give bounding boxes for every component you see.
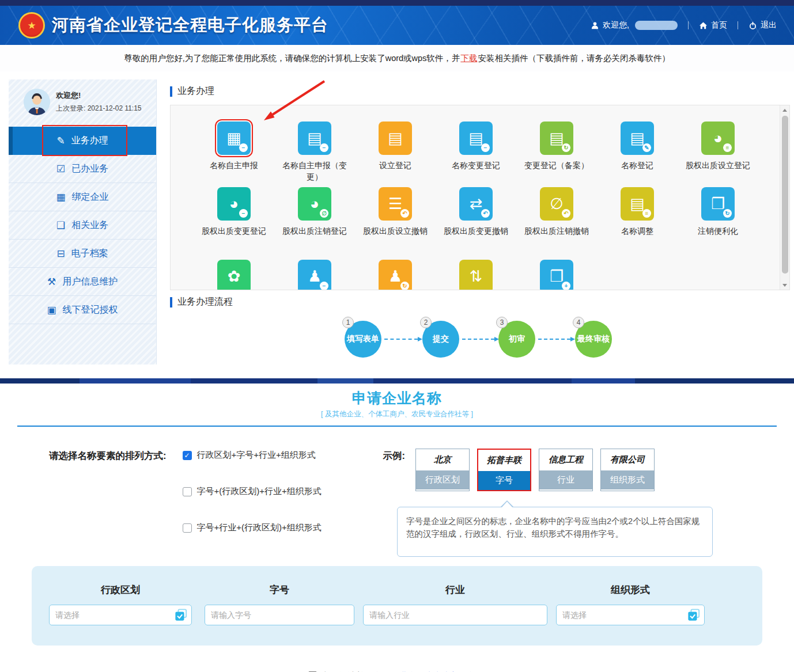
picker-check-icon[interactable] bbox=[175, 609, 187, 621]
pie-chart-icon: ◕ bbox=[310, 196, 319, 212]
divider bbox=[17, 426, 777, 427]
download-link[interactable]: 下载 bbox=[460, 53, 477, 64]
sidebar-menu: ✎ 业务办理 ☑ 已办业务 ▦ 绑定企业 ❑ 相关业务 ⊟ bbox=[9, 127, 156, 324]
page-title: 申请企业名称 bbox=[0, 389, 794, 408]
tile-name-registration[interactable]: ▤ ✎ bbox=[621, 122, 654, 155]
tile-partial-person-minus[interactable]: ♟ − bbox=[298, 260, 331, 290]
option-trade-name-industry-first[interactable]: 字号+行业+(行政区划)+组织形式 bbox=[183, 522, 360, 533]
logout-link[interactable]: 退出 bbox=[748, 20, 777, 31]
flow-step-fill-form: 1 填写表单 bbox=[345, 321, 381, 358]
scrollbar[interactable] bbox=[780, 105, 789, 290]
business-tile-cell: ▦ − 名称自主申报 bbox=[194, 122, 274, 187]
business-tile-cell: ▤ − 名称自主申报（变更） bbox=[274, 122, 355, 187]
sidebar-item-user-info-maintenance[interactable]: ⚒ 用户信息维护 bbox=[9, 268, 156, 296]
business-tile-cell: ☰ ↶ 股权出质设立撤销 bbox=[355, 187, 436, 260]
person-icon: ♟ bbox=[388, 269, 402, 284]
tile-label: 设立登记 bbox=[357, 160, 433, 172]
home-icon bbox=[699, 21, 708, 30]
tile-name-change-registration[interactable]: ▤ − bbox=[459, 122, 493, 155]
section-header-flow: 业务办理流程 bbox=[170, 296, 794, 308]
badge-icon: − bbox=[239, 143, 248, 152]
org-form-select[interactable] bbox=[556, 605, 705, 625]
app-header: 河南省企业登记全程电子化服务平台 欢迎您, 首页 退出 bbox=[0, 6, 794, 45]
business-tile-cell: ▤ ↻ 变更登记（备案） bbox=[516, 122, 597, 187]
flow-step-submit: 2 提交 bbox=[422, 321, 459, 358]
main-area: 业务办理 ▦ − 名称自主申报 ▤ bbox=[164, 79, 794, 365]
tile-equity-pledge-cancellation[interactable]: ◕ ∅ bbox=[298, 187, 331, 221]
tile-label: 变更登记（备案） bbox=[519, 160, 595, 172]
tile-partial-merge[interactable]: ⇅ bbox=[459, 260, 493, 290]
nested-squares-icon: ❐ bbox=[711, 196, 725, 212]
scroll-down-button[interactable] bbox=[780, 280, 789, 290]
business-tile-cell: ⇅ bbox=[436, 260, 516, 290]
option-admin-division-first[interactable]: 行政区划+字号+行业+组织形式 bbox=[183, 450, 360, 461]
document-search-icon: ❑ bbox=[56, 219, 65, 231]
document-check-icon: ☑ bbox=[56, 163, 65, 175]
tile-name-self-declaration-change[interactable]: ▤ − bbox=[298, 122, 331, 155]
business-tile-cell: ▤ 设立登记 bbox=[355, 122, 436, 187]
business-tile-cell: ▤ ≡ 名称调整 bbox=[597, 187, 678, 260]
sidebar-item-offline-authorization[interactable]: ▣ 线下登记授权 bbox=[9, 296, 156, 324]
tile-label: 股权出质注销登记 bbox=[277, 226, 353, 237]
tools-icon: ⚒ bbox=[47, 276, 56, 288]
trade-name-tooltip: 字号是企业之间区分的标志，企业名称中的字号应当由2个或2个以上符合国家规范的汉字… bbox=[397, 507, 713, 557]
tile-equity-pledge-cancellation-revoke[interactable]: ∅ ↶ bbox=[540, 187, 573, 221]
checkbox-unchecked-icon[interactable] bbox=[183, 523, 192, 533]
tile-partial-person-refresh[interactable]: ♟ ↻ bbox=[379, 260, 412, 290]
picker-check-icon[interactable] bbox=[687, 609, 700, 621]
checkbox-checked-icon[interactable] bbox=[183, 451, 192, 460]
flow-arrow bbox=[538, 339, 570, 340]
tile-name-self-declaration[interactable]: ▦ − bbox=[217, 122, 251, 155]
badge-icon: ↻ bbox=[562, 143, 570, 152]
trade-name-input[interactable] bbox=[205, 605, 354, 625]
tile-equity-pledge-establishment-revoke[interactable]: ☰ ↶ bbox=[379, 187, 412, 221]
tile-establishment-registration[interactable]: ▤ bbox=[379, 122, 412, 155]
badge-icon: − bbox=[239, 209, 248, 218]
welcome-user: 欢迎您, bbox=[591, 20, 678, 31]
page-subtitle: [ 及其他企业、个体工商户、农民专业合作社等 ] bbox=[0, 409, 794, 419]
name-elements-form: 行政区划 字号 行业 组织形式 bbox=[32, 566, 762, 646]
notice-text: 安装相关插件（下载插件前，请务必关闭杀毒软件） bbox=[478, 53, 670, 64]
tile-partial-document-plus[interactable]: ❐ + bbox=[540, 260, 573, 290]
last-login: 上次登录: 2021-12-02 11:15 bbox=[56, 104, 142, 113]
sidebar-item-business-handling[interactable]: ✎ 业务办理 bbox=[9, 127, 156, 155]
badge-icon: ↶ bbox=[481, 209, 490, 218]
clipboard-icon: ▤ bbox=[630, 196, 645, 212]
home-link[interactable]: 首页 bbox=[699, 20, 727, 31]
step-number: 2 bbox=[420, 317, 432, 328]
scroll-up-button[interactable] bbox=[780, 105, 789, 115]
swap-arrows-icon: ⇄ bbox=[470, 196, 483, 212]
business-tile-cell: ♟ ↻ bbox=[355, 260, 436, 290]
sidebar-item-electronic-archives[interactable]: ⊟ 电子档案 bbox=[9, 240, 156, 268]
business-tile-cell: ❐ + bbox=[516, 260, 597, 290]
step-number: 1 bbox=[342, 317, 354, 328]
sidebar-item-completed-business[interactable]: ☑ 已办业务 bbox=[9, 155, 156, 183]
badge-icon: ≡ bbox=[642, 209, 651, 218]
badge-icon: ↻ bbox=[400, 282, 409, 290]
admin-division-select[interactable] bbox=[49, 605, 192, 625]
tile-name-adjustment[interactable]: ▤ ≡ bbox=[621, 187, 654, 221]
tile-equity-pledge-establishment[interactable]: ◕ ≡ bbox=[701, 122, 735, 155]
pie-chart-icon: ◕ bbox=[713, 131, 723, 146]
page: 河南省企业登记全程电子化服务平台 欢迎您, 首页 退出 尊敬的用户您好,为了您能… bbox=[0, 0, 794, 672]
tile-deregistration-facilitation[interactable]: ❐ ↻ bbox=[701, 187, 735, 221]
scroll-thumb[interactable] bbox=[782, 116, 788, 274]
tile-equity-pledge-change-revoke[interactable]: ⇄ ↶ bbox=[459, 187, 493, 221]
sidebar-item-related-business[interactable]: ❑ 相关业务 bbox=[9, 211, 156, 240]
tile-label: 名称登记 bbox=[599, 160, 675, 172]
industry-input[interactable] bbox=[363, 605, 547, 625]
tile-label: 股权出质设立登记 bbox=[680, 160, 756, 172]
sidebar-item-bind-enterprise[interactable]: ▦ 绑定企业 bbox=[9, 183, 156, 211]
tile-partial-flower[interactable]: ✿ bbox=[217, 260, 251, 290]
notice-bar: 尊敬的用户您好,为了您能正常使用此系统，请确保您的计算机上安装了word或wps… bbox=[0, 45, 794, 71]
option-trade-name-first[interactable]: 字号+(行政区划)+行业+组织形式 bbox=[183, 486, 360, 497]
building-icon: ▦ bbox=[226, 131, 241, 146]
checkbox-unchecked-icon[interactable] bbox=[183, 487, 192, 496]
tile-change-registration-filing[interactable]: ▤ ↻ bbox=[540, 122, 573, 155]
apply-name-section: 申请企业名称 [ 及其他企业、个体工商户、农民专业合作社等 ] 请选择名称要素的… bbox=[0, 389, 794, 672]
header-divider bbox=[738, 21, 738, 29]
business-tile-cell: ♟ − bbox=[274, 260, 355, 290]
tile-equity-pledge-change[interactable]: ◕ − bbox=[217, 187, 251, 221]
field-org-form: 组织形式 bbox=[556, 583, 705, 625]
redacted-username bbox=[635, 21, 678, 30]
